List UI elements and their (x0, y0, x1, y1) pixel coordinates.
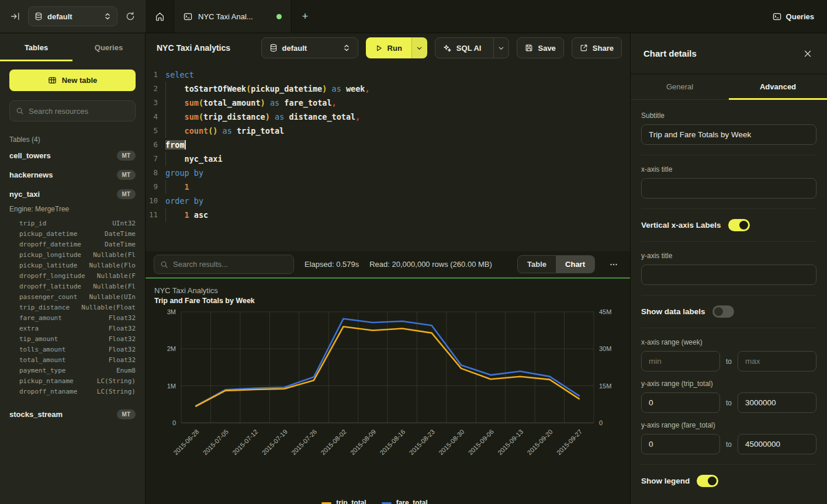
search-icon (160, 260, 168, 269)
yaxis-range-trip-row: to (641, 392, 816, 413)
sidebar-search[interactable] (9, 100, 136, 121)
token: count (185, 126, 209, 135)
line-chart[interactable]: 001M15M2M30M3M45M2015-06-282015-07-05201… (154, 305, 629, 468)
view-toggle-chart[interactable]: Chart (556, 256, 594, 273)
yaxis-range-trip-min-input[interactable] (641, 392, 720, 413)
table-row[interactable]: stocks_streamMT (0, 405, 145, 424)
column-type: DateTime (105, 241, 136, 248)
token: trip_distance (203, 112, 265, 121)
column-name: dropoff_latitude (19, 283, 81, 290)
line-number: 7 (146, 152, 165, 166)
table-engine-badge: MT (117, 189, 136, 199)
code-content: 1 (165, 180, 630, 194)
topbar-database-selector[interactable]: default (28, 6, 117, 26)
column-type: UInt32 (112, 220, 136, 227)
table-name: cell_towers (9, 151, 51, 160)
share-icon (580, 44, 588, 52)
code-line: 8group by (146, 166, 630, 180)
code-content: sum(total_amount) as fare_total, (165, 96, 630, 110)
table-row[interactable]: nyc_taxiMT (0, 185, 145, 204)
column-name: tip_amount (19, 335, 58, 343)
line-number: 8 (146, 166, 165, 180)
right-axis-tick: 15M (599, 383, 611, 390)
chart-panel: NYC Taxi Analytics Trip and Fare Totals … (146, 279, 630, 504)
save-button[interactable]: Save (517, 37, 563, 58)
vertical-xaxis-labels-toggle[interactable] (728, 219, 750, 231)
table-row[interactable]: hackernewsMT (0, 165, 145, 185)
column-name: dropoff_longitude (19, 272, 85, 280)
more-options-icon[interactable] (605, 258, 622, 272)
legend-item-trip_total[interactable]: trip_total (321, 499, 366, 504)
token: as (223, 126, 232, 135)
token (165, 126, 185, 135)
xaxis-range-row: to (641, 351, 816, 371)
yaxis-range-fare-max-input[interactable] (738, 434, 816, 454)
yaxis-title-input[interactable] (641, 265, 816, 285)
query-tab[interactable]: NYC Taxi Anal... (174, 0, 292, 33)
chevron-up-down-icon (104, 12, 111, 20)
legend-label: trip_total (336, 499, 366, 504)
view-toggle-table[interactable]: Table (518, 256, 556, 273)
token: trip_total (237, 126, 284, 135)
tab-advanced[interactable]: Advanced (729, 74, 827, 99)
code-content: select (165, 68, 630, 82)
tab-general[interactable]: General (631, 74, 729, 99)
sql-editor-lines: 1select2 toStartOfWeek(pickup_datetime) … (146, 68, 630, 222)
xaxis-title-input[interactable] (641, 178, 816, 199)
tab-queries[interactable]: Queries (72, 33, 145, 61)
yaxis-range-fare-min-input[interactable] (641, 434, 720, 454)
token: order by (165, 196, 203, 206)
play-icon (375, 44, 383, 52)
sql-ai-caret[interactable] (493, 38, 508, 58)
close-icon[interactable] (801, 47, 814, 60)
column-type: Nullable(Fl (93, 283, 136, 290)
right-axis-tick: 30M (599, 345, 611, 352)
token (270, 112, 275, 121)
new-table-button[interactable]: New table (9, 69, 136, 91)
token: ( (199, 98, 203, 107)
column-name: trip_distance (19, 304, 70, 311)
new-tab-button[interactable]: + (292, 0, 319, 33)
column-row: pickup_latitudeNullable(Flo (0, 260, 145, 270)
sidebar-search-input[interactable] (29, 107, 129, 116)
run-button[interactable]: Run (366, 37, 411, 58)
legend-item-fare_total[interactable]: fare_total (382, 499, 428, 504)
token: asc (194, 210, 208, 220)
code-line: 4 sum(trip_distance) as distance_total, (146, 110, 630, 124)
results-search-input[interactable] (173, 260, 288, 269)
x-axis-tick: 2015-08-16 (378, 428, 406, 456)
share-button[interactable]: Share (572, 37, 622, 58)
query-database-selector[interactable]: default (261, 37, 358, 58)
x-axis-tick: 2015-08-23 (408, 428, 436, 456)
xaxis-range-min-input[interactable] (641, 351, 720, 371)
token: toStartOfWeek (185, 84, 247, 93)
queries-button-label: Queries (786, 12, 814, 21)
x-axis-tick: 2015-07-12 (231, 428, 259, 456)
run-options-caret[interactable] (411, 37, 427, 58)
xaxis-range-label: x-axis range (week) (641, 338, 816, 346)
column-type: Float32 (109, 314, 136, 322)
left-sidebar: Tables Queries New table Tables (4) cell… (0, 33, 146, 504)
collapse-sidebar-icon[interactable] (8, 9, 22, 23)
token: as (270, 98, 279, 107)
show-legend-toggle[interactable] (697, 475, 718, 487)
home-icon[interactable] (146, 0, 174, 33)
queries-button[interactable]: Queries (773, 12, 814, 21)
subtitle-input[interactable] (641, 124, 816, 145)
code-line: 9 1 (146, 180, 630, 194)
sql-editor[interactable]: 1select2 toStartOfWeek(pickup_datetime) … (146, 62, 630, 251)
tab-tables[interactable]: Tables (0, 33, 72, 61)
sql-ai-button[interactable]: SQL AI (435, 44, 489, 53)
token: pickup_datetime (251, 84, 322, 93)
refresh-icon[interactable] (123, 9, 137, 23)
xaxis-range-max-input[interactable] (738, 351, 816, 371)
chart-title: NYC Taxi Analytics (154, 286, 630, 295)
chart-details-tabs: General Advanced (631, 74, 827, 100)
results-search[interactable] (154, 255, 294, 274)
table-row[interactable]: cell_towersMT (0, 146, 145, 165)
range-to-label: to (726, 440, 732, 449)
show-data-labels-toggle[interactable] (712, 305, 734, 318)
yaxis-range-trip-max-input[interactable] (738, 392, 816, 413)
column-name: pickup_latitude (19, 262, 77, 269)
tables-section-label: Tables (4) (0, 127, 145, 146)
